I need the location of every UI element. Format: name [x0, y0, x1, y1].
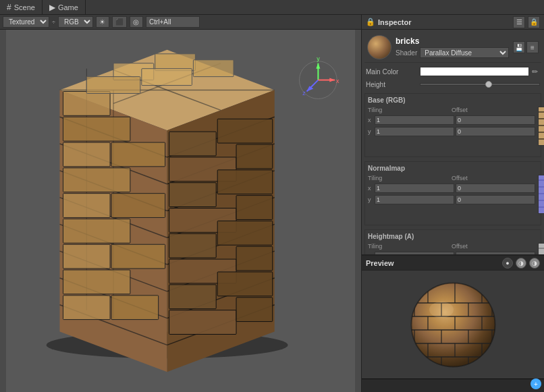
- preview-header: Preview ● ◑ ◑: [362, 256, 544, 271]
- normal-offset-x-input[interactable]: [456, 184, 535, 193]
- tab-scene-label: Scene: [14, 3, 35, 11]
- preview-title: Preview: [366, 259, 499, 267]
- normal-x-axis: x: [368, 185, 373, 192]
- offset-col-label: Offset: [452, 107, 535, 113]
- svg-rect-25: [63, 244, 110, 269]
- normal-thumb-wrap: Select: [538, 175, 544, 222]
- inspector-panel: 🔒 Inspector ☰ 🔒 bricks Shader Parallax D…: [362, 15, 544, 392]
- color-mode-select[interactable]: RGB: [58, 16, 93, 28]
- svg-rect-17: [63, 91, 110, 115]
- scene-toolbar: Textured ÷ RGB ☀ ⬛ ◎: [0, 15, 361, 30]
- inspector-body: bricks Shader Parallax Diffuse 💾 ≡ Main …: [362, 30, 544, 254]
- base-texture-thumb[interactable]: [538, 107, 544, 146]
- preview-circle-btn3[interactable]: ◑: [529, 258, 540, 269]
- game-icon: ▶: [49, 3, 55, 12]
- svg-rect-29: [111, 296, 159, 320]
- material-menu-btn[interactable]: ≡: [526, 41, 539, 53]
- base-fields: Tiling Offset x y: [368, 107, 535, 154]
- normal-tiling-y-input[interactable]: [375, 195, 454, 204]
- heightmap-thumb-wrap: Select: [538, 243, 544, 254]
- height-label: Height: [366, 81, 420, 88]
- height-fields: Tiling Offset x y: [368, 243, 535, 254]
- add-button[interactable]: +: [531, 379, 541, 389]
- base-rgb-section: Base (RGB) Tiling Offset x y: [364, 93, 541, 157]
- svg-rect-19: [63, 142, 110, 167]
- preview-sphere-svg: [408, 279, 499, 370]
- material-preview-sphere: [367, 35, 391, 59]
- svg-rect-44: [217, 170, 273, 194]
- normalmap-title: Normalmap: [368, 165, 538, 172]
- base-y-row: y: [368, 126, 535, 137]
- material-btns: 💾 ≡: [513, 41, 539, 53]
- tab-bar: # Scene ▶ Game: [0, 0, 544, 15]
- shader-label: Shader: [396, 49, 417, 57]
- height-slider[interactable]: [420, 83, 540, 86]
- svg-rect-23: [111, 194, 165, 218]
- preview-circle-btn2[interactable]: ◑: [516, 258, 526, 269]
- divider: ÷: [52, 19, 55, 26]
- svg-rect-53: [169, 310, 236, 335]
- preview-section: Preview ● ◑ ◑: [362, 254, 544, 379]
- main-color-row: Main Color ✏: [364, 65, 541, 78]
- heightmap-texture-thumb[interactable]: [538, 243, 544, 254]
- svg-text:y: y: [317, 55, 320, 62]
- svg-rect-59: [193, 60, 234, 77]
- main-content: Textured ÷ RGB ☀ ⬛ ◎: [0, 15, 544, 392]
- base-tiling-y-input[interactable]: [375, 127, 454, 136]
- normalmap-section: Normalmap Tiling Offset x y: [364, 161, 541, 225]
- material-save-btn[interactable]: 💾: [513, 41, 525, 53]
- tab-game[interactable]: ▶ Game: [43, 0, 86, 15]
- base-offset-y-input[interactable]: [456, 127, 535, 136]
- svg-rect-40: [217, 119, 273, 143]
- shader-select[interactable]: Parallax Diffuse: [420, 47, 509, 58]
- normal-offset-label: Offset: [452, 175, 535, 181]
- normal-offset-y-input[interactable]: [456, 195, 535, 204]
- svg-text:z: z: [302, 90, 306, 96]
- audio-btn[interactable]: ◎: [130, 16, 143, 28]
- normal-x-row: x: [368, 183, 535, 194]
- svg-rect-54: [236, 298, 273, 322]
- normalmap-content: Tiling Offset x y: [368, 175, 538, 222]
- bottom-bar: +: [362, 379, 544, 392]
- inspector-title: Inspector: [378, 18, 510, 26]
- base-thumb-wrap: Select: [538, 107, 544, 154]
- svg-rect-56: [155, 54, 196, 71]
- shader-row: Shader Parallax Diffuse: [396, 47, 509, 58]
- inspector-menu-btn[interactable]: ☰: [513, 16, 525, 28]
- svg-rect-21: [63, 168, 130, 192]
- svg-rect-52: [217, 272, 273, 296]
- base-x-axis: x: [368, 117, 373, 123]
- svg-rect-50: [236, 246, 273, 271]
- svg-rect-27: [63, 270, 130, 294]
- svg-rect-24: [63, 219, 130, 243]
- tab-scene[interactable]: # Scene: [0, 0, 43, 15]
- normal-fields: Tiling Offset x y: [368, 175, 535, 222]
- inspector-lock-btn[interactable]: 🔒: [528, 16, 540, 28]
- shading-mode-select[interactable]: Textured: [3, 16, 49, 28]
- image-btn[interactable]: ⬛: [112, 16, 127, 28]
- heightmap-title: Heightmap (A): [368, 233, 538, 240]
- preview-circle-btn1[interactable]: ●: [502, 258, 513, 269]
- base-rgb-content: Tiling Offset x y: [368, 107, 538, 154]
- sun-btn[interactable]: ☀: [96, 16, 109, 28]
- left-panel: Textured ÷ RGB ☀ ⬛ ◎: [0, 15, 362, 392]
- inspector-header: 🔒 Inspector ☰ 🔒: [362, 15, 544, 30]
- base-tiling-x-input[interactable]: [375, 115, 454, 125]
- svg-rect-43: [169, 183, 217, 207]
- height-slider-thumb[interactable]: [485, 81, 492, 88]
- heightmap-content: Tiling Offset x y: [368, 243, 538, 254]
- search-input[interactable]: [146, 16, 200, 28]
- base-offset-x-input[interactable]: [456, 115, 535, 125]
- normal-tiling-x-input[interactable]: [375, 184, 454, 193]
- normal-texture-thumb[interactable]: [538, 175, 544, 214]
- height-offset-label: Offset: [452, 243, 535, 250]
- svg-rect-48: [217, 221, 273, 245]
- normal-y-row: y: [368, 194, 535, 205]
- scene-icon: #: [7, 3, 11, 12]
- svg-rect-18: [63, 117, 130, 141]
- normal-tiling-label: Tiling: [368, 175, 452, 181]
- eyedropper-icon[interactable]: ✏: [529, 66, 540, 77]
- height-tiling-label: Tiling: [368, 243, 452, 250]
- main-color-picker[interactable]: [420, 67, 529, 76]
- normal-tiling-header: Tiling Offset: [368, 175, 535, 181]
